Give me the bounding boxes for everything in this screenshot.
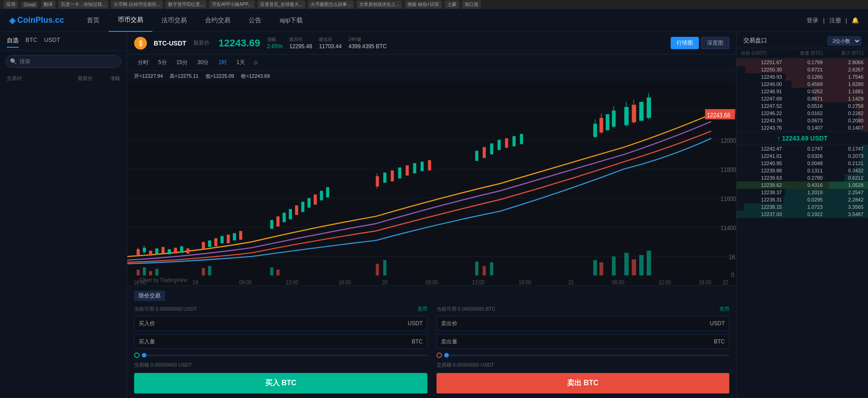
sell-order-row[interactable]: 12243.76 0.0673 0.2080 [737,117,868,124]
browser-tab[interactable]: 币安APP小辅APP... [209,0,254,9]
sell-order-row[interactable]: 12246.22 0.0162 0.2242 [737,110,868,117]
sell-order-row[interactable]: 12247.52 0.0516 0.2758 [737,102,868,110]
nav-contract[interactable]: 合约交易 [196,9,240,32]
chart-area[interactable]: 12200.00 12000.00 11800.00 11600.00 1140… [127,81,736,286]
sell-amount: 0.0516 [782,103,823,109]
sell-order-row[interactable]: 12250.30 0.8721 2.6267 [737,66,868,73]
chart-settings-icon[interactable]: ⚙ [253,60,258,66]
buy-order-row[interactable]: 12239.62 0.4316 1.0528 [737,181,868,189]
sell-charge-link[interactable]: 充币 [719,306,729,312]
sidebar-tab-btc[interactable]: BTC [25,36,37,48]
svg-text:20: 20 [382,279,387,286]
login-link[interactable]: 登录 [807,16,818,25]
buy-amount-input[interactable] [134,334,427,349]
pair-logo-text: ₿ [139,40,142,47]
svg-text:18:00: 18:00 [134,279,146,286]
trade-type-badge[interactable]: 限价交易 [134,291,165,301]
buy-order-row[interactable]: 12238.37 1.2019 2.2547 [737,189,868,196]
browser-tab[interactable]: Gmail [21,1,38,8]
buy-order-row[interactable]: 12239.88 0.1311 0.3432 [737,167,868,174]
sell-order-row[interactable]: 12249.00 0.4599 1.6280 [737,81,868,88]
buy-price-input[interactable] [134,316,427,331]
browser-tab[interactable]: 火币量图怎么回事... [308,0,353,9]
svg-rect-56 [512,136,516,146]
sell-order-row[interactable]: 12249.93 0.1266 1.7546 [737,73,868,81]
sell-amount-input[interactable] [437,334,730,349]
chart-header: ₿ BTC-USDT 最新价 12243.69 涨幅 2.65% 最高价 122… [127,32,736,55]
orderbook-panel: 交易盘口 2位小数 1位小数 整数 价格 (USDT) 数量 (BTC) 累计 … [736,32,868,398]
buy-price: 12239.62 [741,182,782,188]
sidebar-tab-favorites[interactable]: 自选 [7,36,19,48]
nav-announcement[interactable]: 公告 [240,9,271,32]
sell-avail: 当前可用 0.00000000 BTC 充币 [437,306,730,312]
col-price-header: 价格 (USDT) [741,50,782,56]
sell-price: 12243.76 [741,125,782,131]
browser-tab-bar: 应用 Gmail 翻译 百度一卡，你知过我... 火币网-比特币交易所... 数… [0,0,868,9]
nav-coin-trade[interactable]: 币币交易 [109,9,152,32]
buy-order-row[interactable]: 12237.03 0.1922 3.5487 [737,211,868,218]
browser-tab[interactable]: 搜狐·钱包+10安 [405,0,442,9]
decimal-select[interactable]: 2位小数 1位小数 整数 [828,36,861,45]
nav-app-download[interactable]: app下载 [271,9,312,32]
svg-text:Chart by TradingView: Chart by TradingView [140,277,187,283]
time-btn-5min[interactable]: 5分 [155,57,171,68]
sell-total: 0.2242 [823,111,863,116]
time-btn-fen[interactable]: 分时 [134,57,152,68]
sell-total: 0.1407 [823,125,863,131]
logo[interactable]: ◈ CoinPlus.cc [9,15,64,25]
time-btn-15min[interactable]: 15分 [173,57,191,68]
sell-order-row[interactable]: 12251.67 0.1799 2.8066 [737,59,868,66]
low-stat: 最低价 11703.44 [319,36,341,50]
browser-tab[interactable]: 应用 [4,0,18,9]
svg-rect-0 [127,81,736,286]
buy-slider[interactable] [142,355,427,356]
buy-charge-link[interactable]: 充币 [417,306,427,312]
kline-button[interactable]: 行情图 [671,37,699,49]
nav-home[interactable]: 首页 [78,9,109,32]
browser-tab[interactable]: 火币网-比特币交易所... [111,0,163,9]
sell-price: 12249.00 [741,81,782,87]
browser-tab[interactable]: 翻译 [41,0,55,9]
buy-order-row[interactable]: 12241.01 0.0326 0.2073 [737,152,868,160]
buy-order-row[interactable]: 12238.15 1.0723 3.3565 [737,203,868,211]
buy-order-row[interactable]: 12242.47 0.1747 0.1747 [737,145,868,152]
buy-order-row[interactable]: 12238.31 0.0295 2.2842 [737,196,868,203]
browser-tab[interactable]: 土豪 [445,0,459,9]
buy-amount: 0.2780 [782,175,823,181]
sell-slider[interactable] [444,355,730,356]
search-input[interactable] [5,55,121,68]
browser-tab[interactable]: 加口笛 [462,0,481,9]
svg-rect-49 [421,161,424,171]
sidebar-tab-usdt[interactable]: USDT [44,36,60,48]
sell-order-row[interactable]: 12243.76 0.1407 0.1407 [737,124,868,131]
buy-order-row[interactable]: 12240.95 0.0048 0.2121 [737,160,868,167]
sell-total: 2.8066 [823,60,863,65]
svg-rect-83 [383,260,386,276]
sell-price: 12248.91 [741,89,782,94]
svg-text:11600.00: 11600.00 [721,195,736,202]
sell-order-row[interactable]: 12247.69 0.8671 1.1429 [737,95,868,102]
sell-button[interactable]: 卖出 BTC [437,373,730,393]
sell-price: 12247.52 [741,103,782,109]
buy-amount: 0.0326 [782,153,823,159]
time-btn-1h[interactable]: 1时 [215,57,231,68]
browser-tab[interactable]: 数字货币ID位置... [166,0,206,9]
buy-order-row[interactable]: 12239.63 0.2780 0.6212 [737,174,868,181]
svg-rect-92 [639,255,644,276]
depth-button[interactable]: 深度图 [701,37,729,49]
buy-button[interactable]: 买入 BTC [134,373,427,393]
svg-rect-21 [168,249,171,254]
browser-tab[interactable]: 文章原创或优先上... [356,0,402,9]
buy-amount-unit: BTC [412,338,423,345]
sell-price-input[interactable] [437,316,730,331]
svg-rect-75 [143,267,146,276]
notification-icon[interactable]: 🔔 [852,17,859,24]
sell-order-row[interactable]: 12248.91 0.0252 1.1681 [737,88,868,95]
browser-tab[interactable]: 百度首页_全球最大... [257,0,306,9]
register-link[interactable]: 注册 [829,16,841,25]
time-btn-30min[interactable]: 30分 [194,57,212,68]
buy-amount: 1.2019 [782,190,823,195]
browser-tab[interactable]: 百度一卡，你知过我... [58,0,108,9]
time-btn-1d[interactable]: 1天 [233,57,249,68]
nav-fiat-trade[interactable]: 法币交易 [152,9,196,32]
